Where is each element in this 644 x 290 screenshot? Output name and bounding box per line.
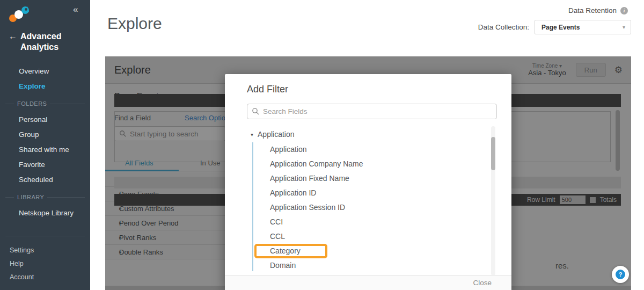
sidebar-nav: Overview Explore FOLDERS Personal Group … [0,64,90,221]
scrollbar-thumb[interactable] [491,137,495,170]
sidebar-section-library: LIBRARY [5,194,85,200]
data-collection-value: Page Events [535,24,580,31]
tree-group-label: Application [258,130,295,139]
search-icon [252,107,260,115]
tree-item-application-id[interactable]: Application ID [225,186,511,200]
question-mark-icon: ? [616,270,625,279]
data-collection-row: Data Collection: Page Events ▾ [478,20,631,34]
sidebar-item-explore[interactable]: Explore [0,79,90,94]
netskope-logo-icon [8,4,33,26]
sidebar-item-help[interactable]: Help [10,260,85,267]
back-arrow-icon[interactable]: ← [9,31,17,53]
collapse-arrow-icon: ▾ [251,132,253,137]
sidebar-item-personal[interactable]: Personal [0,112,90,127]
field-tree: ▾ Application Application Application Co… [225,126,511,275]
info-icon[interactable]: i [620,7,628,15]
sidebar-item-favorite[interactable]: Favorite [0,157,90,172]
page-title: Explore [107,15,162,33]
data-retention-label: Data Retention [568,6,617,15]
app-window: « ← Advanced Analytics Overview Explore … [0,0,644,290]
modal-scrollbar[interactable] [491,126,495,275]
sidebar-divider [5,236,85,236]
sidebar-item-scheduled[interactable]: Scheduled [0,172,90,187]
category-highlight-box [254,244,327,258]
tree-item-application-fixed-name[interactable]: Application Fixed Name [225,171,511,186]
sidebar-item-overview[interactable]: Overview [0,64,90,79]
close-button[interactable]: Close [473,279,492,287]
data-collection-select[interactable]: Page Events ▾ [535,20,631,34]
modal-search-box [247,104,497,119]
search-fields-input[interactable] [263,107,496,115]
sidebar-collapse-icon[interactable]: « [73,4,78,15]
modal-title: Add Filter [247,84,288,95]
sidebar-title: Advanced Analytics [20,31,77,53]
sidebar-item-netskope-library[interactable]: Netskope Library [0,206,90,221]
tree-item-ccl[interactable]: CCL [225,229,511,244]
tree-item-category[interactable]: Category [225,244,511,258]
data-collection-label: Data Collection: [478,23,529,31]
data-retention-link[interactable]: Data Retention i [568,6,628,15]
tree-item-domain[interactable]: Domain [225,258,511,273]
sidebar-item-account[interactable]: Account [10,273,85,281]
sidebar-item-group[interactable]: Group [0,127,90,142]
add-filter-modal: Add Filter ▾ Application Application App… [225,74,511,290]
sidebar-section-folders: FOLDERS [5,100,85,107]
help-button[interactable]: ? [612,266,629,283]
sidebar-item-settings[interactable]: Settings [10,247,85,254]
tree-group-application[interactable]: ▾ Application [225,126,511,142]
tree-item-application[interactable]: Application [225,142,511,157]
tree-item-application-session-id[interactable]: Application Session ID [225,200,511,215]
tree-item-application-company-name[interactable]: Application Company Name [225,157,511,171]
chevron-down-icon: ▾ [623,24,631,30]
tree-item-cci[interactable]: CCI [225,215,511,229]
modal-footer: Close [225,275,511,290]
sidebar-item-shared-with-me[interactable]: Shared with me [0,142,90,157]
sidebar: « ← Advanced Analytics Overview Explore … [0,0,90,290]
